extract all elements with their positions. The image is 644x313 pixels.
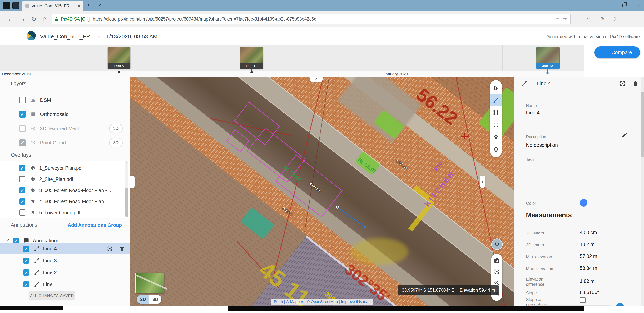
layer-row-mesh[interactable]: 3D Textured Mesh 3D	[0, 121, 130, 136]
overlay-checkbox[interactable]	[19, 176, 26, 182]
view-mode-toggle: 2D 3D	[137, 295, 162, 304]
timeline-dot-jan13[interactable]	[546, 72, 549, 74]
snapshot-thumb-dec12[interactable]: Dec 12	[240, 47, 263, 69]
trash-icon[interactable]	[119, 246, 124, 251]
back-icon[interactable]: ←	[7, 15, 14, 22]
circle-tool[interactable]	[490, 143, 502, 156]
snapshot-thumb-jan13[interactable]: Jan 13	[536, 47, 559, 69]
slope-percentage-checkbox[interactable]	[580, 297, 586, 303]
overlay-checkbox[interactable]	[19, 187, 26, 193]
collapse-sidebar-button[interactable]: ‹	[130, 176, 134, 188]
reading-view-icon[interactable]: ▭	[556, 16, 560, 22]
favorites-bar-icon[interactable]: ☆	[587, 16, 592, 22]
scroll-down-icon[interactable]: ˅	[125, 214, 128, 217]
layer-row-pointcloud[interactable]: Point Cloud 3D	[0, 136, 130, 150]
url-field[interactable]: Pix4D SA [CH] https://cloud.pix4d.com/bi…	[52, 14, 570, 24]
mesh-checkbox[interactable]	[19, 125, 26, 132]
chevron-down-icon[interactable]: ˅	[6, 238, 9, 243]
dataset-date-breadcrumb[interactable]: 1/13/2020, 08:53 AM	[106, 33, 158, 40]
pointcloud-checkbox[interactable]	[19, 139, 26, 146]
snapshot-thumb-dec5[interactable]: Dec 5	[108, 47, 130, 69]
overlay-row[interactable]: 3_605 Forest Road-Floor Plan - FORE...	[0, 185, 123, 196]
collapse-panel-button[interactable]: ›	[480, 176, 485, 188]
trash-icon[interactable]	[632, 81, 638, 86]
annotation-row-line4[interactable]: Line 4	[0, 243, 130, 254]
project-breadcrumb[interactable]: Value_Con_605_FR	[40, 33, 90, 40]
layer-label: 3D Textured Mesh	[40, 126, 80, 132]
browser-tab[interactable]: Value_Con_605_FR ×	[22, 1, 84, 11]
tab-close-icon[interactable]: ×	[78, 4, 80, 8]
hamburger-menu-icon[interactable]: ☰	[8, 32, 14, 40]
layer-label: Orthomosaic	[40, 111, 68, 117]
overlay-checkbox[interactable]	[19, 198, 26, 205]
overlay-row[interactable]: 5_Lower Groud.pdf	[0, 207, 123, 218]
marker-tool[interactable]	[490, 131, 502, 143]
overview-minimap[interactable]	[135, 273, 164, 294]
select-tool[interactable]	[490, 82, 502, 94]
site-identity-badge[interactable]: Pix4D SA [CH]	[61, 16, 90, 22]
home-icon[interactable]: ⌂	[43, 15, 46, 22]
annotation-checkbox[interactable]	[23, 246, 29, 252]
annotation-row-line3[interactable]: Line 3	[0, 255, 130, 266]
screenshot-camera-button[interactable]	[491, 255, 502, 266]
layer-row-dsm[interactable]: DSM	[0, 93, 130, 107]
annotation-checkbox[interactable]	[23, 258, 29, 264]
overlay-row[interactable]: 4_605 Forest Road-Floor Plan - IRAG...	[0, 196, 123, 207]
forward-icon[interactable]: →	[19, 15, 26, 22]
focus-icon[interactable]	[620, 80, 626, 87]
overlay-checkbox[interactable]	[19, 165, 26, 171]
annotation-row-line[interactable]: Line	[0, 279, 130, 290]
focus-icon[interactable]	[107, 246, 113, 252]
favorite-star-icon[interactable]: ☆	[563, 16, 567, 22]
overlay-label: 4_605 Forest Road-Floor Plan - IRAG...	[39, 199, 114, 204]
help-button[interactable]: ?	[616, 303, 624, 306]
annotation-row-line2[interactable]: Line 2	[0, 267, 130, 278]
compare-button[interactable]: Compare	[594, 46, 640, 58]
share-icon[interactable]: ⤴	[614, 16, 616, 22]
map-viewport[interactable]: 56.22 + RL 55.92 RL 55.97 3050 KITCHEN 4…	[130, 77, 514, 306]
generate-elevation-profile-button[interactable]: Generate elevation profile	[528, 305, 612, 306]
group-checkbox[interactable]	[13, 238, 19, 244]
tab-preview-icon[interactable]	[12, 2, 19, 9]
edit-pencil-icon[interactable]	[621, 132, 628, 138]
refresh-icon[interactable]: ↻	[31, 15, 36, 23]
recenter-button[interactable]	[491, 266, 502, 277]
close-button[interactable]: ×	[638, 2, 640, 9]
annotation-checkbox[interactable]	[23, 270, 29, 276]
app-icon[interactable]	[3, 2, 10, 9]
map-settings-button[interactable]: ⚙	[491, 239, 503, 250]
toggle-2d[interactable]: 2D	[137, 295, 149, 304]
orthomosaic-checkbox[interactable]	[19, 111, 26, 117]
timeline-dot-dec12[interactable]	[250, 71, 253, 73]
add-annotations-group-link[interactable]: Add Annotations Group	[68, 222, 122, 228]
collapse-timeline-button[interactable]: ˄	[310, 77, 322, 82]
volume-tool[interactable]	[490, 119, 502, 131]
new-tab-button[interactable]: +	[87, 2, 90, 8]
color-swatch[interactable]	[580, 199, 588, 207]
overlay-checkbox[interactable]	[19, 210, 26, 216]
toggle-3d[interactable]: 3D	[149, 295, 162, 304]
timeline-dot-dec5[interactable]	[118, 71, 120, 73]
map-attribution[interactable]: Perth | © Mapbox | © OpenStreetMap | Imp…	[271, 299, 373, 305]
overlay-row[interactable]: 2_Site_Plan.pdf	[0, 174, 123, 185]
overlays-scrollbar-thumb[interactable]	[125, 188, 128, 217]
polygon-tool[interactable]	[490, 106, 502, 119]
annotation-checkbox[interactable]	[23, 281, 29, 288]
name-input[interactable]: Line 4	[526, 110, 540, 116]
line-tool[interactable]	[490, 94, 502, 106]
annotate-pen-icon[interactable]: ✎	[600, 16, 604, 22]
url-text[interactable]: https://cloud.pix4d.com/bim/site/60257/p…	[93, 16, 552, 22]
tab-list-icon[interactable]: ˅	[98, 3, 101, 7]
badge-3d: 3D	[109, 138, 123, 147]
panel-scrollbar-thumb[interactable]	[641, 92, 644, 157]
minimize-button[interactable]: –	[608, 2, 611, 9]
layer-row-orthomosaic[interactable]: Orthomosaic	[0, 107, 130, 121]
scroll-up-icon[interactable]: ˄	[125, 161, 128, 164]
more-menu-icon[interactable]: ⋯	[628, 16, 633, 22]
dsm-checkbox[interactable]	[19, 97, 26, 103]
restore-button[interactable]	[622, 4, 626, 7]
layers-stack-icon	[30, 166, 35, 171]
text-caret	[540, 110, 540, 115]
line-icon	[34, 246, 39, 251]
overlay-row[interactable]: 1_Surveyor Plan.pdf	[0, 163, 123, 173]
